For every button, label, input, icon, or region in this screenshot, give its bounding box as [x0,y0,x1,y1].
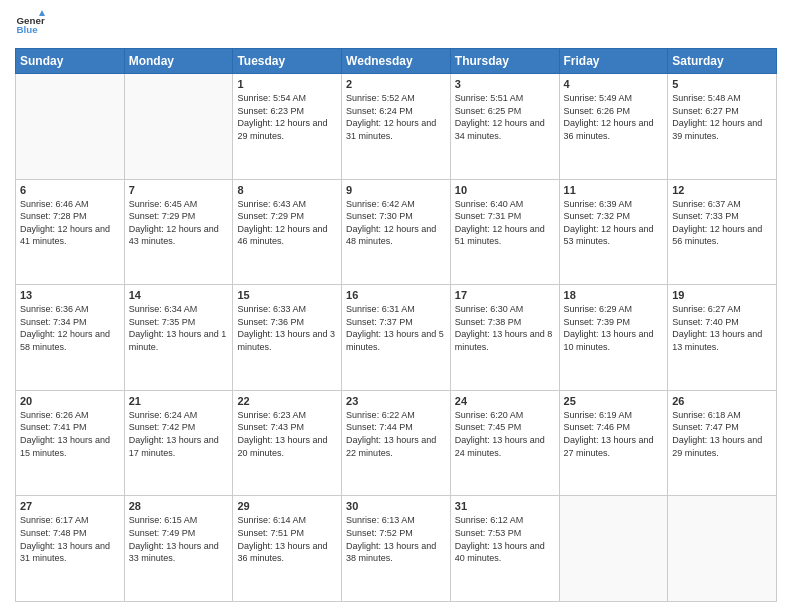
calendar-cell: 19Sunrise: 6:27 AM Sunset: 7:40 PM Dayli… [668,285,777,391]
calendar-cell: 10Sunrise: 6:40 AM Sunset: 7:31 PM Dayli… [450,179,559,285]
day-number: 21 [129,395,229,407]
calendar-cell: 14Sunrise: 6:34 AM Sunset: 7:35 PM Dayli… [124,285,233,391]
day-info: Sunrise: 6:15 AM Sunset: 7:49 PM Dayligh… [129,514,229,564]
calendar-cell: 20Sunrise: 6:26 AM Sunset: 7:41 PM Dayli… [16,390,125,496]
day-number: 24 [455,395,555,407]
page: General Blue SundayMondayTuesdayWednesda… [0,0,792,612]
calendar-cell [668,496,777,602]
week-row-5: 27Sunrise: 6:17 AM Sunset: 7:48 PM Dayli… [16,496,777,602]
weekday-header-thursday: Thursday [450,49,559,74]
day-info: Sunrise: 5:49 AM Sunset: 6:26 PM Dayligh… [564,92,664,142]
week-row-4: 20Sunrise: 6:26 AM Sunset: 7:41 PM Dayli… [16,390,777,496]
day-info: Sunrise: 5:52 AM Sunset: 6:24 PM Dayligh… [346,92,446,142]
weekday-header-row: SundayMondayTuesdayWednesdayThursdayFrid… [16,49,777,74]
day-info: Sunrise: 6:36 AM Sunset: 7:34 PM Dayligh… [20,303,120,353]
calendar-cell: 16Sunrise: 6:31 AM Sunset: 7:37 PM Dayli… [342,285,451,391]
day-info: Sunrise: 6:30 AM Sunset: 7:38 PM Dayligh… [455,303,555,353]
day-info: Sunrise: 6:43 AM Sunset: 7:29 PM Dayligh… [237,198,337,248]
day-number: 26 [672,395,772,407]
day-number: 28 [129,500,229,512]
calendar-cell: 22Sunrise: 6:23 AM Sunset: 7:43 PM Dayli… [233,390,342,496]
week-row-3: 13Sunrise: 6:36 AM Sunset: 7:34 PM Dayli… [16,285,777,391]
day-info: Sunrise: 6:24 AM Sunset: 7:42 PM Dayligh… [129,409,229,459]
day-number: 4 [564,78,664,90]
calendar-cell: 15Sunrise: 6:33 AM Sunset: 7:36 PM Dayli… [233,285,342,391]
day-number: 27 [20,500,120,512]
day-number: 17 [455,289,555,301]
calendar-cell: 9Sunrise: 6:42 AM Sunset: 7:30 PM Daylig… [342,179,451,285]
day-info: Sunrise: 6:18 AM Sunset: 7:47 PM Dayligh… [672,409,772,459]
svg-text:Blue: Blue [17,24,39,35]
day-info: Sunrise: 6:12 AM Sunset: 7:53 PM Dayligh… [455,514,555,564]
day-info: Sunrise: 6:27 AM Sunset: 7:40 PM Dayligh… [672,303,772,353]
day-number: 9 [346,184,446,196]
day-number: 10 [455,184,555,196]
day-number: 11 [564,184,664,196]
day-number: 31 [455,500,555,512]
day-info: Sunrise: 6:29 AM Sunset: 7:39 PM Dayligh… [564,303,664,353]
week-row-1: 1Sunrise: 5:54 AM Sunset: 6:23 PM Daylig… [16,74,777,180]
day-info: Sunrise: 6:20 AM Sunset: 7:45 PM Dayligh… [455,409,555,459]
calendar-cell: 12Sunrise: 6:37 AM Sunset: 7:33 PM Dayli… [668,179,777,285]
calendar-cell [559,496,668,602]
calendar-cell: 27Sunrise: 6:17 AM Sunset: 7:48 PM Dayli… [16,496,125,602]
day-number: 1 [237,78,337,90]
calendar-table: SundayMondayTuesdayWednesdayThursdayFrid… [15,48,777,602]
day-number: 30 [346,500,446,512]
week-row-2: 6Sunrise: 6:46 AM Sunset: 7:28 PM Daylig… [16,179,777,285]
weekday-header-sunday: Sunday [16,49,125,74]
calendar-cell: 23Sunrise: 6:22 AM Sunset: 7:44 PM Dayli… [342,390,451,496]
day-number: 23 [346,395,446,407]
weekday-header-saturday: Saturday [668,49,777,74]
calendar-cell: 25Sunrise: 6:19 AM Sunset: 7:46 PM Dayli… [559,390,668,496]
calendar-cell [16,74,125,180]
logo: General Blue [15,10,45,40]
calendar-cell: 17Sunrise: 6:30 AM Sunset: 7:38 PM Dayli… [450,285,559,391]
calendar-cell: 5Sunrise: 5:48 AM Sunset: 6:27 PM Daylig… [668,74,777,180]
day-number: 25 [564,395,664,407]
day-info: Sunrise: 6:45 AM Sunset: 7:29 PM Dayligh… [129,198,229,248]
calendar-cell: 21Sunrise: 6:24 AM Sunset: 7:42 PM Dayli… [124,390,233,496]
weekday-header-wednesday: Wednesday [342,49,451,74]
day-number: 13 [20,289,120,301]
calendar-cell: 4Sunrise: 5:49 AM Sunset: 6:26 PM Daylig… [559,74,668,180]
day-info: Sunrise: 6:37 AM Sunset: 7:33 PM Dayligh… [672,198,772,248]
day-number: 29 [237,500,337,512]
day-number: 5 [672,78,772,90]
day-info: Sunrise: 6:33 AM Sunset: 7:36 PM Dayligh… [237,303,337,353]
day-info: Sunrise: 6:23 AM Sunset: 7:43 PM Dayligh… [237,409,337,459]
calendar-cell: 3Sunrise: 5:51 AM Sunset: 6:25 PM Daylig… [450,74,559,180]
day-number: 16 [346,289,446,301]
calendar-cell: 26Sunrise: 6:18 AM Sunset: 7:47 PM Dayli… [668,390,777,496]
day-number: 7 [129,184,229,196]
day-info: Sunrise: 6:26 AM Sunset: 7:41 PM Dayligh… [20,409,120,459]
day-number: 2 [346,78,446,90]
day-number: 12 [672,184,772,196]
day-info: Sunrise: 6:34 AM Sunset: 7:35 PM Dayligh… [129,303,229,353]
day-number: 15 [237,289,337,301]
day-info: Sunrise: 6:17 AM Sunset: 7:48 PM Dayligh… [20,514,120,564]
day-number: 18 [564,289,664,301]
header: General Blue [15,10,777,40]
calendar-cell: 31Sunrise: 6:12 AM Sunset: 7:53 PM Dayli… [450,496,559,602]
calendar-cell: 1Sunrise: 5:54 AM Sunset: 6:23 PM Daylig… [233,74,342,180]
weekday-header-monday: Monday [124,49,233,74]
weekday-header-friday: Friday [559,49,668,74]
calendar-cell: 6Sunrise: 6:46 AM Sunset: 7:28 PM Daylig… [16,179,125,285]
calendar-cell: 30Sunrise: 6:13 AM Sunset: 7:52 PM Dayli… [342,496,451,602]
day-info: Sunrise: 6:42 AM Sunset: 7:30 PM Dayligh… [346,198,446,248]
day-info: Sunrise: 6:46 AM Sunset: 7:28 PM Dayligh… [20,198,120,248]
day-info: Sunrise: 5:48 AM Sunset: 6:27 PM Dayligh… [672,92,772,142]
calendar-cell: 29Sunrise: 6:14 AM Sunset: 7:51 PM Dayli… [233,496,342,602]
day-number: 6 [20,184,120,196]
calendar-cell: 8Sunrise: 6:43 AM Sunset: 7:29 PM Daylig… [233,179,342,285]
day-info: Sunrise: 6:40 AM Sunset: 7:31 PM Dayligh… [455,198,555,248]
day-info: Sunrise: 6:39 AM Sunset: 7:32 PM Dayligh… [564,198,664,248]
calendar-cell: 13Sunrise: 6:36 AM Sunset: 7:34 PM Dayli… [16,285,125,391]
day-number: 22 [237,395,337,407]
day-number: 20 [20,395,120,407]
day-number: 19 [672,289,772,301]
logo-icon: General Blue [15,10,45,40]
day-info: Sunrise: 6:13 AM Sunset: 7:52 PM Dayligh… [346,514,446,564]
calendar-cell: 11Sunrise: 6:39 AM Sunset: 7:32 PM Dayli… [559,179,668,285]
